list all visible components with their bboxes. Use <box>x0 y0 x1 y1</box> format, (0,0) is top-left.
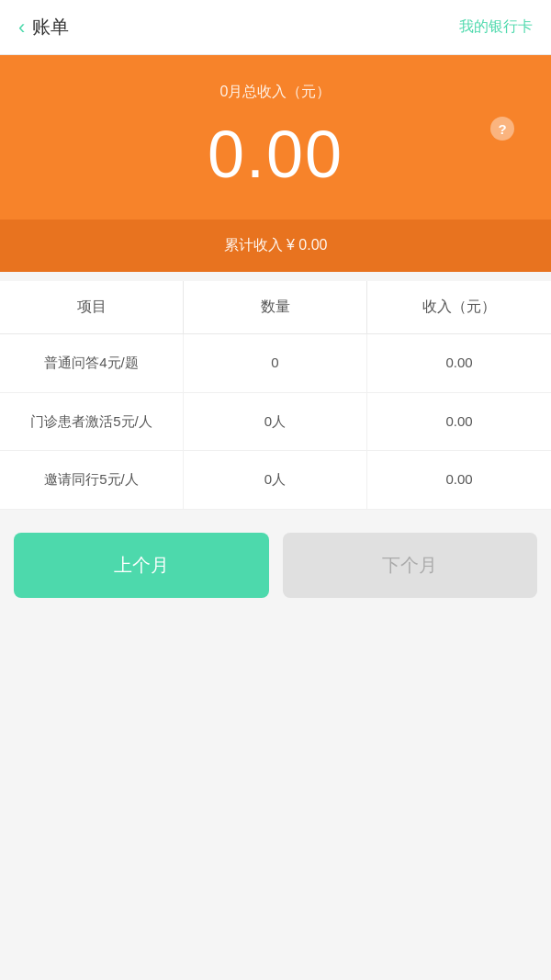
prev-month-button[interactable]: 上个月 <box>14 533 269 598</box>
help-icon[interactable]: ? <box>490 117 514 141</box>
col-header-quantity: 数量 <box>184 281 367 333</box>
row3-project: 邀请同行5元/人 <box>0 451 184 509</box>
header-left: ‹ 账单 <box>18 15 69 39</box>
table-row: 邀请同行5元/人 0人 0.00 <box>0 451 551 510</box>
table-header: 项目 数量 收入（元） <box>0 281 551 334</box>
cumulative-income-label: 累计收入 ¥ 0.00 <box>224 237 328 253</box>
navigation-buttons: 上个月 下个月 <box>0 519 551 612</box>
bank-card-link[interactable]: 我的银行卡 <box>459 17 533 37</box>
header: ‹ 账单 我的银行卡 <box>0 0 551 55</box>
page-title: 账单 <box>32 15 69 39</box>
row1-project: 普通问答4元/题 <box>0 334 184 392</box>
total-income-amount: 0.00 <box>18 117 533 220</box>
row1-income: 0.00 <box>367 334 551 392</box>
banner-subtitle-wrap: 0月总收入（元） ? <box>18 83 533 102</box>
table-row: 普通问答4元/题 0 0.00 <box>0 334 551 393</box>
col-header-income: 收入（元） <box>367 281 551 333</box>
cumulative-bar: 累计收入 ¥ 0.00 <box>0 220 551 272</box>
row3-quantity: 0人 <box>184 451 367 509</box>
row1-quantity: 0 <box>184 334 367 392</box>
month-income-label: 0月总收入（元） <box>18 83 533 102</box>
row2-quantity: 0人 <box>184 393 367 451</box>
table-row: 门诊患者激活5元/人 0人 0.00 <box>0 393 551 452</box>
back-button[interactable]: ‹ <box>18 16 25 39</box>
income-banner: 0月总收入（元） ? 0.00 <box>0 55 551 220</box>
row2-project: 门诊患者激活5元/人 <box>0 393 184 451</box>
col-header-project: 项目 <box>0 281 184 333</box>
next-month-button[interactable]: 下个月 <box>283 533 538 598</box>
bottom-space <box>0 612 551 814</box>
row2-income: 0.00 <box>367 393 551 451</box>
row3-income: 0.00 <box>367 451 551 509</box>
income-table: 项目 数量 收入（元） 普通问答4元/题 0 0.00 门诊患者激活5元/人 0… <box>0 281 551 510</box>
